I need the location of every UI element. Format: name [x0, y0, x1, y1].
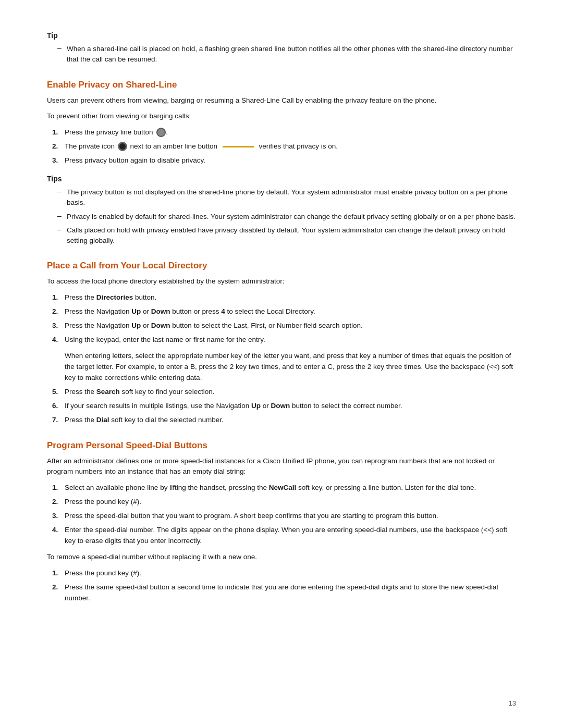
tip-section: Tip – When a shared-line call is placed …	[47, 31, 516, 65]
place-step-6: 6. If your search results in multiple li…	[47, 401, 516, 412]
dash-icon-2: –	[57, 212, 67, 222]
up-bold-2: Up	[131, 322, 141, 329]
speed-step-4-num: 4.	[52, 525, 65, 547]
program-speed-intro: After an administrator defines one or mo…	[47, 456, 516, 478]
speed2-step-1-num: 1.	[52, 568, 65, 579]
place-step-1: 1. Press the Directories button.	[47, 292, 516, 303]
place-step-7-content: Press the Dial soft key to dial the sele…	[65, 415, 516, 426]
place-step-2: 2. Press the Navigation Up or Down butto…	[47, 306, 516, 317]
down-bold-3: Down	[271, 402, 290, 410]
newcall-bold: NewCall	[269, 484, 297, 491]
place-call-intro: To access the local phone directory esta…	[47, 276, 516, 287]
program-speed-steps2: 1. Press the pound key (#). 2. Press the…	[47, 568, 516, 604]
enable-privacy-steps: 1. Press the privacy line button . 2. Th…	[47, 127, 516, 166]
speed-step-1: 1. Select an available phone line by lif…	[47, 483, 516, 493]
place-step-4: 4. Using the keypad, enter the last name…	[47, 335, 516, 346]
place-call-section: Place a Call from Your Local Directory T…	[47, 261, 516, 425]
enable-privacy-heading: Enable Privacy on Shared-Line	[47, 80, 516, 90]
speed-step-2: 2. Press the pound key (#).	[47, 497, 516, 508]
program-speed-heading: Program Personal Speed-Dial Buttons	[47, 440, 516, 451]
step-1: 1. Press the privacy line button .	[47, 127, 516, 138]
up-bold-3: Up	[251, 402, 261, 410]
place-call-steps2: 5. Press the Search soft key to find you…	[47, 387, 516, 426]
privacy-line-icon	[156, 128, 166, 137]
step-2-num: 2.	[52, 141, 65, 152]
down-bold-1: Down	[151, 307, 170, 315]
place-step-5: 5. Press the Search soft key to find you…	[47, 387, 516, 398]
step-2-content: The private icon next to an amber line b…	[65, 141, 516, 152]
search-bold: Search	[96, 388, 120, 396]
place-step-7: 7. Press the Dial soft key to dial the s…	[47, 415, 516, 426]
up-bold-1: Up	[131, 307, 141, 315]
program-speed-steps: 1. Select an available phone line by lif…	[47, 483, 516, 547]
speed-step-1-content: Select an available phone line by liftin…	[65, 483, 516, 493]
tips-text-1: The privacy button is not displayed on t…	[67, 187, 516, 208]
tips-text-2: Privacy is enabled by default for shared…	[67, 212, 516, 222]
remove-intro: To remove a speed-dial number without re…	[47, 552, 516, 563]
place-step-2-num: 2.	[52, 306, 65, 317]
place-step-3-num: 3.	[52, 320, 65, 331]
place-indent-para: When entering letters, select the approp…	[47, 351, 516, 384]
place-step-6-content: If your search results in multiple listi…	[65, 401, 516, 412]
speed-step-3: 3. Press the speed-dial button that you …	[47, 511, 516, 522]
place-step-4-content: Using the keypad, enter the last name or…	[65, 335, 516, 346]
place-step-3: 3. Press the Navigation Up or Down butto…	[47, 320, 516, 331]
speed-step-1-num: 1.	[52, 483, 65, 493]
speed-step-3-num: 3.	[52, 511, 65, 522]
4-bold: 4	[221, 307, 225, 315]
tips-text-3: Calls placed on hold with privacy enable…	[67, 225, 516, 246]
dial-bold: Dial	[96, 416, 109, 424]
speed-step-4: 4. Enter the speed-dial number. The digi…	[47, 525, 516, 547]
speed-step-3-content: Press the speed-dial button that you wan…	[65, 511, 516, 522]
step-3-content: Press privacy button again to disable pr…	[65, 155, 516, 166]
down-bold-2: Down	[151, 322, 170, 329]
directories-bold: Directories	[96, 293, 133, 301]
dash-icon-3: –	[57, 225, 67, 246]
speed2-step-2-num: 2.	[52, 582, 65, 604]
place-step-1-content: Press the Directories button.	[65, 292, 516, 303]
speed-step-4-content: Enter the speed-dial number. The digits …	[65, 525, 516, 547]
step-2: 2. The private icon next to an amber lin…	[47, 141, 516, 152]
tip-bullet: – When a shared-line call is placed on h…	[47, 44, 516, 65]
speed2-step-2-content: Press the same speed-dial button a secon…	[65, 582, 516, 604]
speed2-step-1: 1. Press the pound key (#).	[47, 568, 516, 579]
place-step-4-num: 4.	[52, 335, 65, 346]
speed-step-2-num: 2.	[52, 497, 65, 508]
tips-bullet-1: – The privacy button is not displayed on…	[47, 187, 516, 208]
place-call-heading: Place a Call from Your Local Directory	[47, 261, 516, 271]
step-1-num: 1.	[52, 127, 65, 138]
program-speed-section: Program Personal Speed-Dial Buttons Afte…	[47, 440, 516, 604]
place-step-6-num: 6.	[52, 401, 65, 412]
speed2-step-1-content: Press the pound key (#).	[65, 568, 516, 579]
dash-icon: –	[57, 44, 67, 65]
place-call-steps: 1. Press the Directories button. 2. Pres…	[47, 292, 516, 346]
step-1-content: Press the privacy line button .	[65, 127, 516, 138]
place-step-2-content: Press the Navigation Up or Down button o…	[65, 306, 516, 317]
place-step-1-num: 1.	[52, 292, 65, 303]
place-step-5-num: 5.	[52, 387, 65, 398]
tips-sub-section: Tips – The privacy button is not display…	[47, 175, 516, 246]
tips-bullet-2: – Privacy is enabled by default for shar…	[47, 212, 516, 222]
place-step-7-num: 7.	[52, 415, 65, 426]
place-step-5-content: Press the Search soft key to find your s…	[65, 387, 516, 398]
place-step-3-content: Press the Navigation Up or Down button t…	[65, 320, 516, 331]
speed2-step-2: 2. Press the same speed-dial button a se…	[47, 582, 516, 604]
amber-line	[223, 146, 254, 147]
enable-privacy-intro1: Users can prevent others from viewing, b…	[47, 95, 516, 106]
step-3: 3. Press privacy button again to disable…	[47, 155, 516, 166]
page-number: 13	[509, 699, 516, 707]
speed-step-2-content: Press the pound key (#).	[65, 497, 516, 508]
private-icon	[118, 142, 127, 151]
dash-icon-1: –	[57, 187, 67, 208]
enable-privacy-section: Enable Privacy on Shared-Line Users can …	[47, 80, 516, 246]
step-3-num: 3.	[52, 155, 65, 166]
enable-privacy-intro2: To prevent other from viewing or barging…	[47, 111, 516, 122]
tips-bullet-3: – Calls placed on hold with privacy enab…	[47, 225, 516, 246]
tip-heading: Tip	[47, 31, 516, 40]
tip-text: When a shared-line call is placed on hol…	[67, 44, 516, 65]
tips-heading: Tips	[47, 175, 516, 183]
